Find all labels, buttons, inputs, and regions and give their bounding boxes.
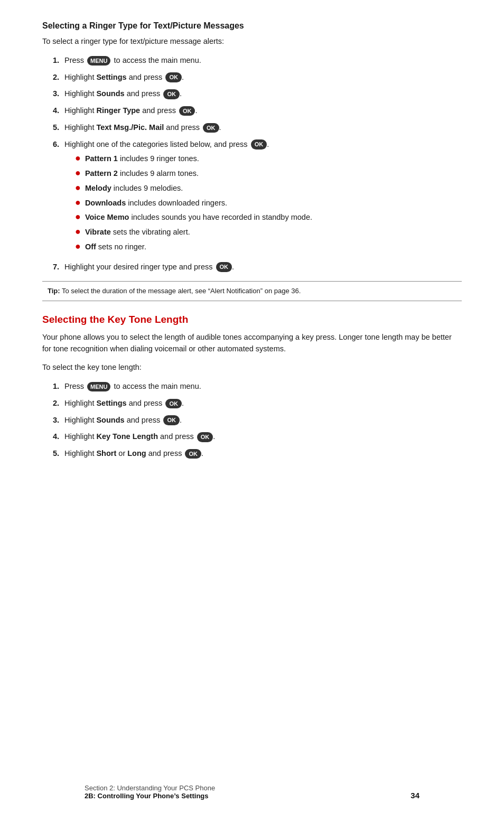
step-7: 7. Highlight your desired ringer type an… <box>53 262 462 273</box>
s2-ok-badge-2: OK <box>165 399 182 409</box>
s2-step-3-pre: Highlight <box>64 416 96 424</box>
section-1: Selecting a Ringer Type for Text/Picture… <box>42 21 462 301</box>
bullet-4-rest: includes downloaded ringers. <box>126 199 227 207</box>
s2-ok-badge-5: OK <box>185 449 201 459</box>
bullet-7-bold: Off <box>85 242 96 251</box>
step-1: 1. Press MENU to access the main menu. <box>53 55 462 67</box>
step-3-num: 3. <box>53 88 64 100</box>
s2-step-1-pre: Press <box>64 382 86 390</box>
s2-step-5-num: 5. <box>53 448 64 460</box>
bullet-dot-4: ● <box>75 198 81 207</box>
s2-step-1-after: to access the main menu. <box>111 382 201 390</box>
bullet-dot-2: ● <box>75 168 81 178</box>
step-1-num: 1. <box>53 55 64 67</box>
ok-badge-7: OK <box>216 262 232 272</box>
step-5-mid: and press <box>164 123 202 132</box>
bullet-7-rest: sets no ringer. <box>96 242 146 251</box>
section-2: Selecting the Key Tone Length Your phone… <box>42 314 462 460</box>
s2-step-5-bold2: Long <box>127 449 146 458</box>
s2-step-1-num: 1. <box>53 381 64 393</box>
s2-step-4-mid: and press <box>158 432 196 441</box>
bullet-1-rest: includes 9 ringer tones. <box>118 154 199 163</box>
bullet-7-text: Off sets no ringer. <box>85 241 146 253</box>
ok-badge-5: OK <box>203 123 219 133</box>
step-4-end: . <box>195 106 197 115</box>
section2-title: Selecting the Key Tone Length <box>42 314 462 325</box>
step-2-mid: and press <box>127 73 165 81</box>
bullet-6: ● Vibrate sets the vibrating alert. <box>75 227 462 238</box>
bullet-3-text: Melody includes 9 melodies. <box>85 183 183 194</box>
bullet-dot-3: ● <box>75 183 81 192</box>
s2-step-5-or: or <box>116 449 127 458</box>
section1-steps: 1. Press MENU to access the main menu. 2… <box>42 55 462 273</box>
s2-step-3-bold: Sounds <box>96 416 124 424</box>
s2-step-4-bold: Key Tone Length <box>96 432 158 441</box>
s2-step-3-content: Highlight Sounds and press OK. <box>64 415 462 426</box>
bullet-dot-7: ● <box>75 241 81 251</box>
bullet-5-text: Voice Memo includes sounds you have reco… <box>85 212 312 223</box>
step-6: 6. Highlight one of the categories liste… <box>53 139 462 256</box>
s2-step-4-pre: Highlight <box>64 432 96 441</box>
tip-label: Tip: <box>48 287 60 295</box>
step-6-content: Highlight one of the categories listed b… <box>64 139 462 256</box>
page-footer: Section 2: Understanding Your PCS Phone … <box>85 784 419 800</box>
step-2-content: Highlight Settings and press OK. <box>64 72 462 83</box>
s2-step-3-num: 3. <box>53 415 64 426</box>
step-4-pre: Highlight <box>64 106 96 115</box>
step-7-pre: Highlight your desired ringer type and p… <box>64 263 215 271</box>
s2-step-1: 1. Press MENU to access the main menu. <box>53 381 462 393</box>
bullet-2: ● Pattern 2 includes 9 alarm tones. <box>75 168 462 180</box>
step-1-text-after: to access the main menu. <box>111 56 201 64</box>
s2-step-3-end: . <box>180 416 182 424</box>
section2-intro1: Your phone allows you to select the leng… <box>42 332 462 355</box>
bullet-1-text: Pattern 1 includes 9 ringer tones. <box>85 153 199 165</box>
step-7-content: Highlight your desired ringer type and p… <box>64 262 462 273</box>
step-2-end: . <box>182 73 184 81</box>
bullet-2-text: Pattern 2 includes 9 alarm tones. <box>85 168 199 180</box>
bullet-6-text: Vibrate sets the vibrating alert. <box>85 227 190 238</box>
bullet-6-rest: sets the vibrating alert. <box>111 228 190 236</box>
bullet-dot-5: ● <box>75 212 81 221</box>
bullet-4: ● Downloads includes downloaded ringers. <box>75 198 462 209</box>
s2-step-4-num: 4. <box>53 431 64 443</box>
step-1-text-before: Press <box>64 56 86 64</box>
s2-step-2-content: Highlight Settings and press OK. <box>64 398 462 409</box>
bullet-2-rest: includes 9 alarm tones. <box>118 169 199 178</box>
step-7-end: . <box>232 263 234 271</box>
bullet-dot-1: ● <box>75 153 81 163</box>
step-4-mid: and press <box>140 106 178 115</box>
s2-step-5: 5. Highlight Short or Long and press OK. <box>53 448 462 460</box>
step-5-bold: Text Msg./Pic. Mail <box>96 123 164 132</box>
step-5-pre: Highlight <box>64 123 96 132</box>
s2-step-4: 4. Highlight Key Tone Length and press O… <box>53 431 462 443</box>
step-7-num: 7. <box>53 262 64 273</box>
s2-step-5-mid: and press <box>146 449 184 458</box>
step-3-mid: and press <box>125 89 163 98</box>
bullet-7: ● Off sets no ringer. <box>75 241 462 253</box>
bullet-1-bold: Pattern 1 <box>85 154 118 163</box>
bullet-6-bold: Vibrate <box>85 228 111 236</box>
footer-left: Section 2: Understanding Your PCS Phone … <box>85 784 215 800</box>
s2-step-2-mid: and press <box>127 399 165 407</box>
section2-intro2: To select the key tone length: <box>42 362 462 374</box>
s2-step-2-num: 2. <box>53 398 64 409</box>
section1-intro: To select a ringer type for text/picture… <box>42 36 462 48</box>
tip-text: To select the duration of the message al… <box>60 287 301 295</box>
step-3-content: Highlight Sounds and press OK. <box>64 88 462 100</box>
step-4-num: 4. <box>53 105 64 117</box>
s2-step-1-content: Press MENU to access the main menu. <box>64 381 462 393</box>
ok-badge-4: OK <box>179 106 195 116</box>
s2-step-2: 2. Highlight Settings and press OK. <box>53 398 462 409</box>
s2-step-2-bold: Settings <box>96 399 126 407</box>
bullet-dot-6: ● <box>75 227 81 236</box>
s2-step-5-pre: Highlight <box>64 449 96 458</box>
page-body: Selecting a Ringer Type for Text/Picture… <box>42 21 462 819</box>
step-5-end: . <box>219 123 221 132</box>
s2-step-5-bold1: Short <box>96 449 116 458</box>
step-2-pre: Highlight <box>64 73 96 81</box>
step-6-end: . <box>267 140 269 148</box>
step-6-pre: Highlight one of the categories listed b… <box>64 140 250 148</box>
step-1-content: Press MENU to access the main menu. <box>64 55 462 67</box>
bullet-1: ● Pattern 1 includes 9 ringer tones. <box>75 153 462 165</box>
bullet-4-text: Downloads includes downloaded ringers. <box>85 198 227 209</box>
